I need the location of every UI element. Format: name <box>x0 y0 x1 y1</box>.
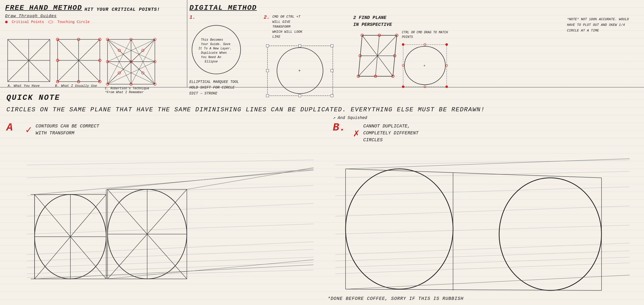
svg-line-117 <box>106 169 314 189</box>
svg-text:A. What You Have: A. What You Have <box>7 84 40 88</box>
critical-points-dot <box>5 21 8 23</box>
checkmark-icon: ✓ <box>26 124 32 136</box>
svg-line-129 <box>335 206 630 216</box>
touching-circle-icon <box>48 21 53 23</box>
diagram-b-svg: B. What I Usually Use <box>55 38 102 88</box>
section-b-note: Cannot Duplicate,Completely DifferentCir… <box>363 123 418 144</box>
section-a-drawing <box>6 145 324 280</box>
svg-rect-63 <box>266 69 269 72</box>
xmark-icon: ✗ <box>353 127 359 139</box>
svg-text:B. What  I  Usually Use: B. What I Usually Use <box>55 84 97 88</box>
hit-critical-points-label: Hit Your Critical Points! <box>84 7 160 12</box>
top-left-section: Free Hand Method Draw Through Guides Cri… <box>5 4 184 87</box>
svg-text:Ellipse: Ellipse <box>205 60 218 63</box>
svg-line-91 <box>27 257 314 267</box>
svg-rect-58 <box>331 45 333 47</box>
svg-line-92 <box>27 249 314 261</box>
svg-line-99 <box>27 203 314 216</box>
svg-line-95 <box>27 270 314 278</box>
svg-text:Duplicate When: Duplicate When <box>201 51 227 55</box>
draw-guides-subtitle: Draw Through Guides <box>5 14 57 18</box>
digital-title: Digital Method <box>189 4 257 12</box>
diagram-c-svg: C. Robertson's Technique *From What I Re… <box>105 38 159 93</box>
svg-point-84 <box>445 85 448 88</box>
step1-number: 1. <box>189 14 196 20</box>
svg-point-131 <box>346 169 453 289</box>
and-squished-note: ↗ And Squished <box>333 116 367 120</box>
svg-text:You Need An: You Need An <box>201 56 221 59</box>
svg-line-134 <box>346 289 602 290</box>
step2-number: 2. <box>264 14 270 20</box>
svg-line-127 <box>335 171 630 178</box>
svg-point-83 <box>402 85 404 88</box>
svg-line-93 <box>27 242 314 255</box>
svg-line-139 <box>346 275 630 289</box>
svg-point-132 <box>499 178 602 290</box>
svg-text:+: + <box>298 69 301 73</box>
step3-circle-perspective-svg: + <box>402 42 449 88</box>
svg-line-100 <box>27 224 314 234</box>
section-b-drawing <box>328 145 640 280</box>
svg-rect-64 <box>331 69 333 72</box>
svg-point-82 <box>445 43 448 46</box>
svg-text:+: + <box>423 64 425 68</box>
critical-points-label: Critical Points <box>12 20 44 24</box>
svg-line-122 <box>335 257 630 267</box>
section-a-note: Contours Can Be CorrectWith Transform <box>36 123 99 137</box>
svg-line-126 <box>335 160 630 165</box>
svg-line-130 <box>335 225 630 234</box>
step3-perspective-svg <box>353 30 398 80</box>
section-a-label: A <box>6 122 13 134</box>
svg-line-124 <box>335 243 630 255</box>
svg-text:This Becomes: This Becomes <box>201 38 223 42</box>
svg-line-125 <box>335 263 630 274</box>
vertical-divider <box>187 0 187 87</box>
main-circles-text: Circles On The Same Plane That Have The … <box>6 106 485 113</box>
svg-rect-61 <box>298 45 301 47</box>
svg-line-119 <box>187 168 314 189</box>
footer-note: *Done Before Coffee, Sorry If This Is Ru… <box>328 296 464 301</box>
svg-line-133 <box>346 169 602 178</box>
touching-circle-label: Touching Circle <box>57 20 90 24</box>
svg-text:It To A New Layer.: It To A New Layer. <box>198 47 232 50</box>
step2-cmd-note: CMD or Ctrl +TWill GiveTransformWhich Wi… <box>272 14 302 39</box>
svg-line-123 <box>335 251 630 261</box>
svg-rect-57 <box>266 45 269 47</box>
accuracy-note: *Note* Not 100% Accurate. Would Have To … <box>567 17 629 32</box>
quick-note-title: Quick Note <box>6 93 60 102</box>
freehand-title: Free Hand Method <box>5 4 82 12</box>
svg-point-43 <box>142 49 144 52</box>
svg-line-138 <box>346 159 630 169</box>
section-b-label: B. <box>333 122 346 134</box>
svg-text:Your Guide. Save: Your Guide. Save <box>201 42 230 46</box>
step3-title: 2 Find PlaneIn Perspective <box>353 15 392 27</box>
step1-circle-svg: This Becomes Your Guide. Save It To A Ne… <box>189 21 243 78</box>
ctrl-drag-note: Ctrl or Cmd Drag to Match Points <box>402 30 461 39</box>
svg-line-128 <box>335 187 630 196</box>
diagram-a-svg: A. What You Have <box>5 38 52 88</box>
top-right-section: Digital Method 1. This Becomes Your Guid… <box>189 4 640 87</box>
svg-line-96 <box>27 160 314 165</box>
svg-point-81 <box>402 43 404 46</box>
bottom-section: Quick Note Circles On The Same Plane Tha… <box>0 90 644 305</box>
